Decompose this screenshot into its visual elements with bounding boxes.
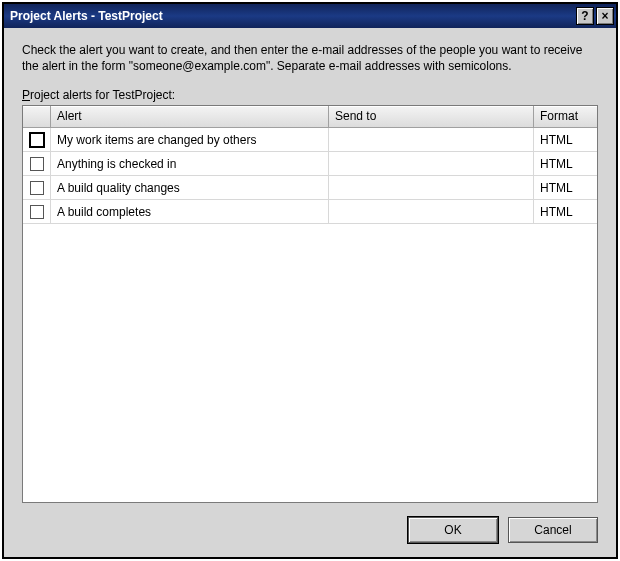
row-checkbox[interactable]	[30, 205, 44, 219]
row-sendto-cell[interactable]	[329, 128, 534, 152]
row-checkbox[interactable]	[30, 157, 44, 171]
close-icon: ×	[601, 9, 608, 23]
column-header-sendto[interactable]: Send to	[329, 106, 534, 127]
column-header-alert[interactable]: Alert	[51, 106, 329, 127]
table-row[interactable]: A build quality changesHTML	[23, 176, 597, 200]
row-checkbox-cell[interactable]	[23, 128, 51, 152]
row-checkbox-cell[interactable]	[23, 176, 51, 200]
row-sendto-cell[interactable]	[329, 176, 534, 200]
close-button[interactable]: ×	[596, 7, 614, 25]
row-alert-cell: A build quality changes	[51, 176, 329, 200]
dialog-content: Check the alert you want to create, and …	[4, 28, 616, 557]
instruction-text: Check the alert you want to create, and …	[22, 42, 598, 74]
column-header-format[interactable]: Format	[534, 106, 597, 127]
grid-body: My work items are changed by othersHTMLA…	[23, 128, 597, 502]
help-button[interactable]: ?	[576, 7, 594, 25]
row-format-cell[interactable]: HTML	[534, 152, 597, 176]
window-title: Project Alerts - TestProject	[10, 9, 574, 23]
cancel-button[interactable]: Cancel	[508, 517, 598, 543]
dialog-window: Project Alerts - TestProject ? × Check t…	[2, 2, 618, 559]
titlebar: Project Alerts - TestProject ? ×	[4, 4, 616, 28]
table-row[interactable]: My work items are changed by othersHTML	[23, 128, 597, 152]
dialog-button-row: OK Cancel	[22, 503, 598, 543]
row-alert-cell: A build completes	[51, 200, 329, 224]
row-format-cell[interactable]: HTML	[534, 176, 597, 200]
row-sendto-cell[interactable]	[329, 152, 534, 176]
row-checkbox-cell[interactable]	[23, 200, 51, 224]
column-header-checkbox[interactable]	[23, 106, 51, 127]
row-checkbox-cell[interactable]	[23, 152, 51, 176]
help-icon: ?	[581, 9, 588, 23]
table-row[interactable]: Anything is checked inHTML	[23, 152, 597, 176]
row-alert-cell: My work items are changed by others	[51, 128, 329, 152]
alerts-list-label: Project alerts for TestProject:	[22, 88, 598, 102]
row-checkbox[interactable]	[30, 181, 44, 195]
table-row[interactable]: A build completesHTML	[23, 200, 597, 224]
row-format-cell[interactable]: HTML	[534, 128, 597, 152]
row-format-cell[interactable]: HTML	[534, 200, 597, 224]
row-alert-cell: Anything is checked in	[51, 152, 329, 176]
ok-button[interactable]: OK	[408, 517, 498, 543]
alerts-grid: Alert Send to Format My work items are c…	[22, 105, 598, 503]
grid-header-row: Alert Send to Format	[23, 106, 597, 128]
row-sendto-cell[interactable]	[329, 200, 534, 224]
row-checkbox[interactable]	[29, 132, 45, 148]
